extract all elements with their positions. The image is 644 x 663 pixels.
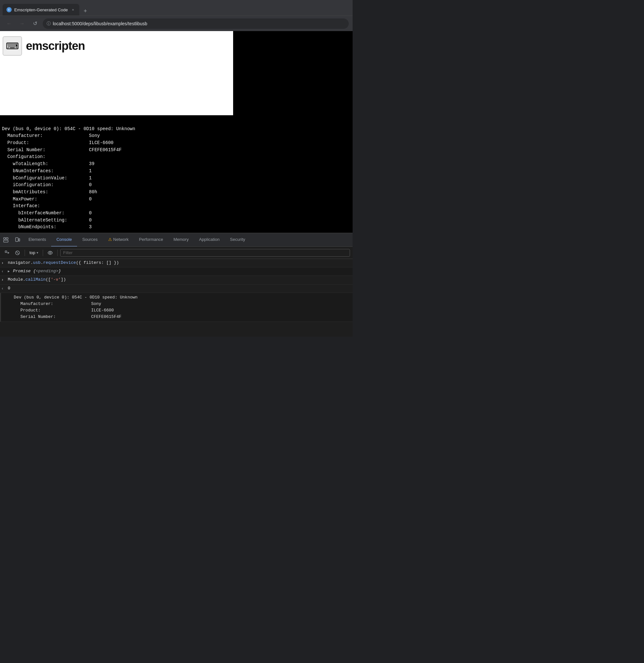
input-arrow: › <box>1 260 8 267</box>
tab-title: Emscripten-Generated Code <box>14 7 68 12</box>
emscripten-logo: ⌨ <box>3 36 22 56</box>
svg-rect-4 <box>19 238 20 241</box>
terminal-output: Dev (bus 0, device 0): 054C - 0D10 speed… <box>0 115 352 233</box>
address-bar[interactable]: ⓘ localhost:5000/deps/libusb/examples/te… <box>43 19 349 29</box>
svg-point-8 <box>49 252 51 253</box>
devtools-panel: Elements Console Sources ⚠ Network Perfo… <box>0 233 352 337</box>
toolbar-divider-2 <box>43 250 43 256</box>
svg-rect-5 <box>5 251 7 252</box>
tab-security[interactable]: Security <box>225 233 250 247</box>
output-arrow: ‹ <box>1 268 8 275</box>
toolbar-divider-3 <box>57 250 58 256</box>
return-arrow: ‹ <box>1 285 8 292</box>
console-toolbar: top ▾ <box>0 247 352 259</box>
page-left: ⌨ emscripten <box>0 31 233 115</box>
console-output-row-1: ‹ ▶ Promise {<pending>} <box>0 268 352 276</box>
tab-close-button[interactable]: × <box>70 7 75 12</box>
reload-button[interactable]: ↺ <box>30 19 40 29</box>
devtools-tab-bar: Elements Console Sources ⚠ Network Perfo… <box>0 233 352 247</box>
tab-performance[interactable]: Performance <box>134 233 168 247</box>
tab-memory[interactable]: Memory <box>168 233 194 247</box>
tab-favicon: E <box>6 7 12 12</box>
console-content: › navigator.usb.requestDevice({ filters:… <box>0 259 352 337</box>
console-return-value: 0 <box>8 285 10 292</box>
tab-console[interactable]: Console <box>51 233 77 247</box>
output-line-1: Dev (bus 0, device 0): 054C - 0D10 speed… <box>9 294 351 301</box>
stop-button[interactable] <box>13 248 22 257</box>
tab-application[interactable]: Application <box>194 233 225 247</box>
device-toolbar-button[interactable] <box>12 234 23 246</box>
console-output-block: Dev (bus 0, device 0): 054C - 0D10 speed… <box>0 293 352 322</box>
tab-elements[interactable]: Elements <box>23 233 51 247</box>
eye-button[interactable] <box>46 248 55 257</box>
console-input-row: › navigator.usb.requestDevice({ filters:… <box>0 259 352 268</box>
browser-toolbar: ← → ↺ ⓘ localhost:5000/deps/libusb/examp… <box>0 16 352 31</box>
console-output-text-1: Promise {<pending>} <box>13 268 61 275</box>
svg-rect-1 <box>4 240 8 242</box>
tab-network[interactable]: ⚠ Network <box>103 233 134 247</box>
logo-icon: ⌨ <box>6 41 19 51</box>
network-warning-icon: ⚠ <box>108 237 112 242</box>
tab-strip: E Emscripten-Generated Code × + <box>3 0 350 16</box>
page-content: ⌨ emscripten <box>0 31 352 115</box>
svg-rect-3 <box>16 237 18 242</box>
inspect-element-button[interactable] <box>0 234 12 246</box>
svg-rect-2 <box>6 237 8 239</box>
console-command-2: Module.callMain(['-v']) <box>8 276 66 283</box>
toolbar-divider <box>25 250 25 256</box>
run-script-button[interactable] <box>3 248 12 257</box>
back-button[interactable]: ← <box>4 19 14 29</box>
svg-rect-0 <box>4 237 5 239</box>
output-line-3: Product: ILCE-6600 <box>9 307 351 314</box>
browser-titlebar: E Emscripten-Generated Code × + <box>0 0 352 16</box>
console-command-1: navigator.usb.requestDevice({ filters: [… <box>8 260 119 267</box>
address-text: localhost:5000/deps/libusb/examples/test… <box>53 21 147 26</box>
tab-sources[interactable]: Sources <box>77 233 103 247</box>
page-right <box>233 31 352 115</box>
filter-input[interactable] <box>60 249 350 257</box>
forward-button[interactable]: → <box>17 19 27 29</box>
active-tab[interactable]: E Emscripten-Generated Code × <box>3 4 79 16</box>
page-title: emscripten <box>26 39 85 53</box>
context-selector[interactable]: top ▾ <box>27 249 40 257</box>
expand-icon[interactable]: ▶ <box>8 268 13 274</box>
new-tab-button[interactable]: + <box>80 6 90 16</box>
input-arrow-2: › <box>1 276 8 283</box>
console-input-row-2: › Module.callMain(['-v']) <box>0 276 352 284</box>
console-return-row: ‹ 0 <box>0 284 352 293</box>
svg-line-7 <box>17 252 19 254</box>
security-icon: ⓘ <box>47 21 51 26</box>
output-line-4: Serial Number: CFEFE0615F4F <box>9 314 351 320</box>
output-line-2: Manufacturer: Sony <box>9 301 351 307</box>
